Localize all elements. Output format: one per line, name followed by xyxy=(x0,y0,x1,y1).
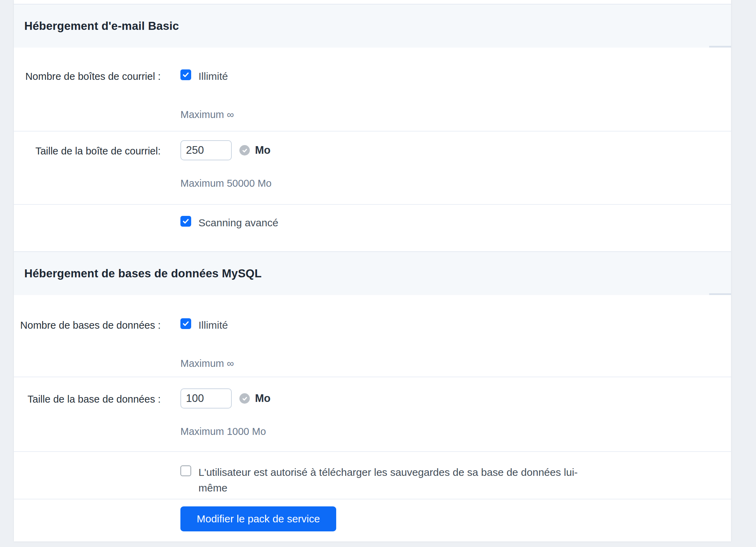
section-title-email: Hébergement d'e-mail Basic xyxy=(24,19,179,33)
row-submit: Modifier le pack de service xyxy=(14,499,731,543)
check-icon xyxy=(182,218,189,225)
unlimited-mailboxes-checkbox[interactable] xyxy=(180,69,191,80)
check-icon xyxy=(182,71,189,78)
database-size-input[interactable] xyxy=(180,388,232,409)
row-backup-download: L'utilisateur est autorisé à télécharger… xyxy=(14,451,731,499)
field-label: Taille de la base de données : xyxy=(14,377,161,451)
row-mailbox-count: Nombre de boîtes de courriel : Illimité … xyxy=(14,48,731,131)
field-label xyxy=(14,499,161,543)
mailbox-size-input[interactable] xyxy=(180,140,232,160)
field-label xyxy=(14,452,161,499)
field-label: Taille de la boîte de courriel: xyxy=(14,132,161,204)
row-advanced-scanning: Scanning avancé xyxy=(14,204,731,251)
maximum-hint: Maximum ∞ xyxy=(180,358,731,369)
ok-circle-icon xyxy=(239,145,250,155)
row-mailbox-size: Taille de la boîte de courriel: Mo Maxim… xyxy=(14,131,731,204)
service-pack-panel: Hébergement d'e-mail Basic Nombre de boî… xyxy=(14,0,731,541)
modify-service-pack-button[interactable]: Modifier le pack de service xyxy=(180,506,336,531)
check-icon xyxy=(182,320,189,327)
row-database-size: Taille de la base de données : Mo Maximu… xyxy=(14,377,731,451)
ok-circle-icon xyxy=(239,393,250,404)
advanced-scanning-checkbox[interactable] xyxy=(180,216,191,227)
section-email-rows: Nombre de boîtes de courriel : Illimité … xyxy=(14,48,731,251)
top-strip xyxy=(14,0,731,4)
checkbox-label[interactable]: Scanning avancé xyxy=(198,215,278,230)
section-mysql-rows: Nombre de bases de données : Illimité Ma… xyxy=(14,295,731,543)
field-label xyxy=(14,205,161,251)
checkbox-label[interactable]: Illimité xyxy=(198,68,228,84)
section-header-email: Hébergement d'e-mail Basic xyxy=(14,4,731,48)
maximum-hint: Maximum ∞ xyxy=(180,109,731,120)
section-title-mysql: Hébergement de bases de données MySQL xyxy=(24,267,262,280)
section-header-mysql: Hébergement de bases de données MySQL xyxy=(14,251,731,295)
row-database-count: Nombre de bases de données : Illimité Ma… xyxy=(14,295,731,377)
checkbox-label[interactable]: Illimité xyxy=(198,317,228,333)
maximum-hint: Maximum 1000 Mo xyxy=(180,426,731,437)
maximum-hint: Maximum 50000 Mo xyxy=(180,178,731,189)
unit-label: Mo xyxy=(255,144,271,157)
field-label: Nombre de bases de données : xyxy=(14,295,161,377)
horizontal-scrollbar-thumb[interactable] xyxy=(709,293,731,295)
page-background: Hébergement d'e-mail Basic Nombre de boî… xyxy=(0,0,756,547)
field-label: Nombre de boîtes de courriel : xyxy=(14,48,161,131)
unlimited-databases-checkbox[interactable] xyxy=(180,318,191,329)
unit-label: Mo xyxy=(255,392,271,405)
horizontal-scrollbar-thumb[interactable] xyxy=(709,46,731,48)
backup-download-checkbox[interactable] xyxy=(180,465,191,476)
checkbox-label[interactable]: L'utilisateur est autorisé à télécharger… xyxy=(198,464,592,496)
